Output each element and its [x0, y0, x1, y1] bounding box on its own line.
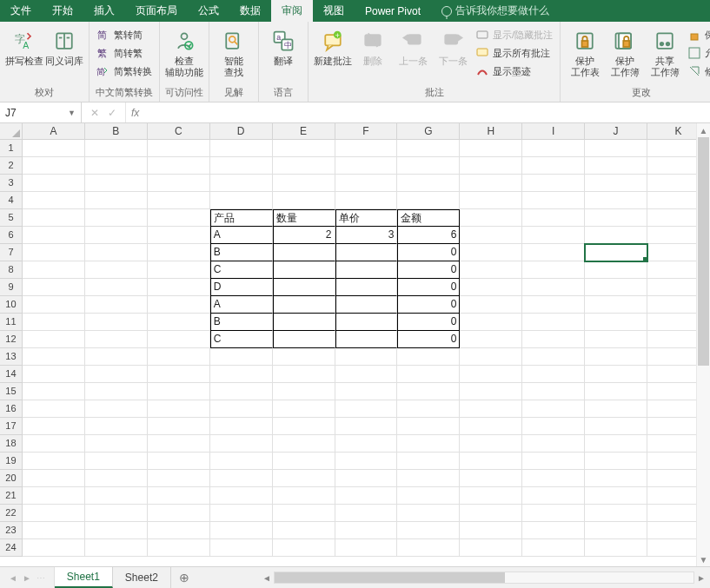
cell-F2[interactable] [335, 157, 398, 175]
cell-H7[interactable] [460, 244, 522, 261]
formula-input[interactable] [144, 102, 710, 122]
cell-G12[interactable]: 0 [397, 331, 460, 348]
cell-E10[interactable] [273, 296, 335, 314]
horizontal-scrollbar[interactable]: ◄ ► [258, 567, 710, 588]
cell-H2[interactable] [460, 157, 522, 175]
cell-F11[interactable] [335, 314, 398, 331]
fx-icon[interactable]: fx [126, 102, 144, 122]
row-header-2[interactable]: 2 [0, 157, 23, 175]
cell-D23[interactable] [210, 522, 273, 539]
cell-G14[interactable] [397, 366, 460, 383]
cell-E12[interactable] [273, 331, 335, 348]
cell-A18[interactable] [23, 435, 85, 453]
sheet-nav[interactable]: ◄ ► ⋯ [0, 567, 55, 588]
cell-H9[interactable] [460, 279, 522, 296]
cell-J10[interactable] [585, 296, 647, 314]
cell-B24[interactable] [85, 539, 148, 557]
cell-B18[interactable] [85, 435, 148, 453]
cell-G19[interactable] [397, 453, 460, 470]
cell-D8[interactable]: C [210, 261, 273, 279]
menu-tab-数据[interactable]: 数据 [229, 0, 271, 22]
cell-A23[interactable] [23, 522, 85, 539]
cell-A5[interactable] [23, 209, 85, 227]
cell-G20[interactable] [397, 470, 460, 487]
show-ink-button[interactable]: 显示墨迹 [474, 63, 554, 79]
check-access-button[interactable]: 检查辅助功能 [165, 25, 203, 78]
sheet-tab-Sheet2[interactable]: Sheet2 [113, 567, 171, 588]
cell-I20[interactable] [522, 470, 585, 487]
cell-F6[interactable]: 3 [335, 227, 398, 244]
cell-D2[interactable] [210, 157, 273, 175]
cell-C14[interactable] [148, 366, 210, 383]
cell-F16[interactable] [335, 400, 398, 418]
name-box[interactable]: J7 ▼ [0, 102, 82, 122]
cell-D7[interactable]: B [210, 244, 273, 261]
nav-prev-icon[interactable]: ◄ [9, 573, 17, 583]
smart-lookup-button[interactable]: 智能查找 [215, 25, 253, 78]
cell-H1[interactable] [460, 140, 522, 157]
cell-F21[interactable] [335, 487, 398, 505]
cell-G5[interactable]: 金额 [397, 209, 460, 227]
menu-tab-开始[interactable]: 开始 [42, 0, 83, 22]
cell-D17[interactable] [210, 418, 273, 435]
cell-B7[interactable] [85, 244, 148, 261]
row-header-11[interactable]: 11 [0, 314, 23, 331]
cell-E20[interactable] [273, 470, 335, 487]
cell-J15[interactable] [585, 383, 647, 400]
cell-E24[interactable] [273, 539, 335, 557]
cell-H20[interactable] [460, 470, 522, 487]
cell-B11[interactable] [85, 314, 148, 331]
menu-tab-审阅[interactable]: 审阅 [271, 0, 313, 22]
col-header-H[interactable]: H [460, 123, 522, 140]
cell-H17[interactable] [460, 418, 522, 435]
cell-B22[interactable] [85, 505, 148, 522]
cell-A16[interactable] [23, 400, 85, 418]
cell-F23[interactable] [335, 522, 398, 539]
cell-A17[interactable] [23, 418, 85, 435]
cell-C4[interactable] [148, 192, 210, 209]
cell-I10[interactable] [522, 296, 585, 314]
cell-H11[interactable] [460, 314, 522, 331]
cell-B23[interactable] [85, 522, 148, 539]
cell-D21[interactable] [210, 487, 273, 505]
row-header-19[interactable]: 19 [0, 453, 23, 470]
cell-B13[interactable] [85, 348, 148, 366]
row-header-18[interactable]: 18 [0, 435, 23, 453]
cell-E7[interactable] [273, 244, 335, 261]
chevron-down-icon[interactable]: ▼ [68, 109, 76, 117]
cell-D5[interactable]: 产品 [210, 209, 273, 227]
cell-A22[interactable] [23, 505, 85, 522]
cell-C21[interactable] [148, 487, 210, 505]
col-header-I[interactable]: I [522, 123, 585, 140]
cell-E17[interactable] [273, 418, 335, 435]
row-header-1[interactable]: 1 [0, 140, 23, 157]
cell-J16[interactable] [585, 400, 647, 418]
cell-E13[interactable] [273, 348, 335, 366]
cell-C16[interactable] [148, 400, 210, 418]
cell-A2[interactable] [23, 157, 85, 175]
cell-I6[interactable] [522, 227, 585, 244]
cell-D19[interactable] [210, 453, 273, 470]
cell-D18[interactable] [210, 435, 273, 453]
cell-B16[interactable] [85, 400, 148, 418]
row-header-16[interactable]: 16 [0, 400, 23, 418]
cell-D11[interactable]: B [210, 314, 273, 331]
cell-C7[interactable] [148, 244, 210, 261]
enter-icon[interactable]: ✓ [108, 107, 116, 119]
menu-tab-页面布局[interactable]: 页面布局 [125, 0, 188, 22]
cell-J6[interactable] [585, 227, 647, 244]
cell-A1[interactable] [23, 140, 85, 157]
cell-E11[interactable] [273, 314, 335, 331]
cell-D13[interactable] [210, 348, 273, 366]
row-header-22[interactable]: 22 [0, 505, 23, 522]
cell-E8[interactable] [273, 261, 335, 279]
cell-C22[interactable] [148, 505, 210, 522]
cell-A13[interactable] [23, 348, 85, 366]
col-header-A[interactable]: A [23, 123, 85, 140]
cell-D9[interactable]: D [210, 279, 273, 296]
new-comment-button[interactable]: +新建批注 [314, 25, 352, 67]
cell-C12[interactable] [148, 331, 210, 348]
cell-G15[interactable] [397, 383, 460, 400]
vscroll-track[interactable] [697, 137, 710, 552]
cell-J11[interactable] [585, 314, 647, 331]
